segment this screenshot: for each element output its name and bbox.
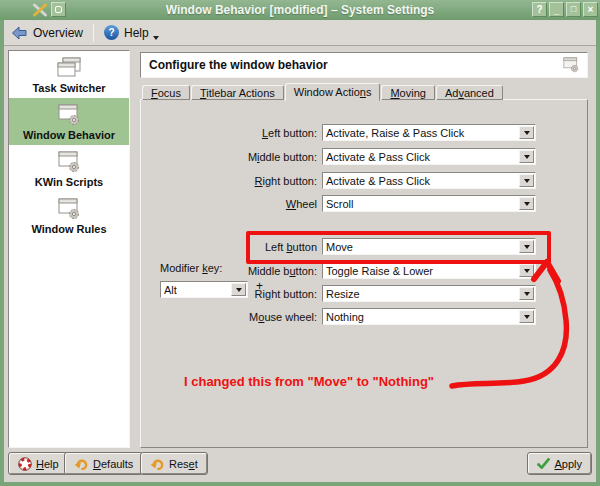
sidebar-item-label: Window Behavior	[23, 129, 115, 141]
field-label: Wheel	[146, 198, 322, 210]
maximize-button[interactable]: □	[566, 2, 581, 17]
tab-bar: Focus Titlebar Actions Window Actions Mo…	[142, 82, 504, 100]
window-gear-icon	[55, 150, 83, 174]
window-gear-icon	[55, 103, 83, 127]
help-icon: ?	[104, 25, 119, 40]
undo-arrow-icon	[150, 457, 165, 470]
field-label: Left button:	[146, 127, 322, 139]
sidebar-item-task-switcher[interactable]: Task Switcher	[9, 51, 129, 98]
dropdown-arrow-icon	[519, 150, 534, 163]
window-title: Window Behavior [modified] – System Sett…	[0, 0, 600, 20]
dropdown-arrow-icon	[519, 126, 534, 139]
field-label: Right button:	[146, 175, 322, 187]
lifesaver-icon	[18, 457, 32, 471]
overview-button[interactable]: Overview	[4, 22, 90, 44]
system-settings-window: Window Behavior [modified] – System Sett…	[0, 0, 600, 486]
inactive-wheel-select[interactable]: Scroll	[322, 195, 536, 212]
annotation-text: I changed this from "Move" to "Nothing"	[184, 374, 434, 389]
inner-middle-button-select[interactable]: Toggle Raise & Lower	[322, 262, 536, 279]
dropdown-arrow-icon	[519, 174, 534, 187]
tab-titlebar-actions[interactable]: Titlebar Actions	[191, 85, 284, 100]
inactive-middle-button-select[interactable]: Activate & Pass Click	[322, 148, 536, 165]
inactive-left-button-select[interactable]: Activate, Raise & Pass Click	[322, 124, 536, 141]
field-label: Right button:	[146, 288, 322, 300]
inactive-right-button-select[interactable]: Activate & Pass Click	[322, 172, 536, 189]
inner-middle-button-row: Middle button: Toggle Raise & Lower	[146, 262, 540, 279]
titlebar-help-button[interactable]: ?	[532, 2, 547, 17]
toolbar-separator	[93, 24, 94, 42]
inner-right-button-row: Right button: Resize	[146, 285, 540, 302]
tab-window-actions[interactable]: Window Actions	[285, 83, 381, 101]
reset-button[interactable]: Reset	[140, 452, 208, 475]
inactive-middle-button-row: Middle button: Activate & Pass Click	[146, 148, 540, 165]
window-gear-icon	[55, 197, 83, 221]
sidebar-item-window-rules[interactable]: Window Rules	[9, 192, 129, 239]
sidebar-item-label: Window Rules	[31, 223, 106, 235]
apply-button[interactable]: Apply	[527, 452, 592, 475]
tab-advanced[interactable]: Advanced	[436, 85, 503, 100]
dropdown-arrow-icon	[519, 197, 534, 210]
help-dropdown-indicator	[153, 36, 159, 40]
inner-mouse-wheel-select[interactable]: Nothing	[322, 308, 536, 325]
minimize-button[interactable]: _	[549, 2, 564, 17]
overview-label: Overview	[33, 26, 83, 40]
sidebar: Task Switcher Window Behavior KWin Scrip…	[8, 50, 130, 448]
help-footer-button[interactable]: Help	[8, 452, 69, 475]
inactive-wheel-row: Wheel Scroll	[146, 195, 540, 212]
field-label: Mouse wheel:	[146, 311, 322, 323]
dropdown-arrow-icon	[519, 287, 534, 300]
module-header: Configure the window behavior	[140, 52, 588, 78]
dropdown-arrow-icon	[519, 310, 534, 323]
inactive-left-button-row: Left button: Activate, Raise & Pass Clic…	[146, 124, 540, 141]
annotation-rectangle	[246, 231, 551, 264]
sidebar-item-label: Task Switcher	[32, 82, 105, 94]
help-label: Help	[124, 26, 149, 40]
field-label: Middle button:	[146, 265, 322, 277]
back-arrow-icon	[11, 26, 28, 40]
close-button[interactable]: ×	[583, 2, 598, 17]
tab-focus[interactable]: Focus	[142, 85, 190, 100]
undo-arrow-icon	[74, 457, 89, 470]
page-title: Configure the window behavior	[141, 58, 561, 72]
sidebar-item-label: KWin Scripts	[35, 176, 103, 188]
help-button[interactable]: ? Help	[97, 22, 166, 44]
toolbar: Overview ? Help	[4, 20, 596, 46]
sidebar-item-window-behavior[interactable]: Window Behavior	[9, 98, 129, 145]
sidebar-item-kwin-scripts[interactable]: KWin Scripts	[9, 145, 129, 192]
task-switcher-icon	[55, 56, 83, 80]
titlebar[interactable]: Window Behavior [modified] – System Sett…	[0, 0, 600, 20]
checkmark-icon	[537, 458, 550, 469]
field-label: Middle button:	[146, 151, 322, 163]
module-window-gear-icon	[561, 56, 581, 74]
inner-mouse-wheel-row: Mouse wheel: Nothing	[146, 308, 540, 325]
tab-moving[interactable]: Moving	[381, 85, 434, 100]
inner-right-button-select[interactable]: Resize	[322, 285, 536, 302]
inactive-right-button-row: Right button: Activate & Pass Click	[146, 172, 540, 189]
defaults-button[interactable]: Defaults	[64, 452, 143, 475]
dropdown-arrow-icon	[519, 264, 534, 277]
